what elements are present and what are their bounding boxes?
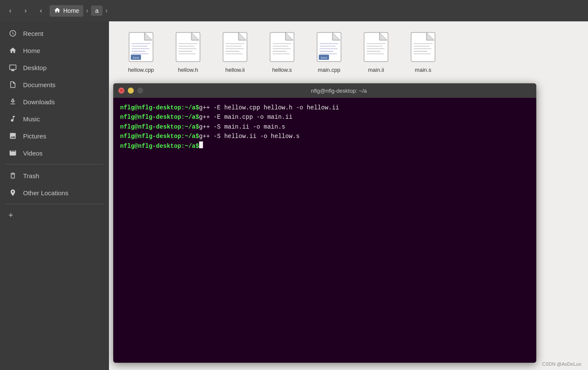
sidebar-item-recent-label: Recent xyxy=(23,30,44,37)
terminal-window[interactable]: ✕ nflg@nflg-desktop: ~/a nflg@nflg-deskt… xyxy=(113,83,536,363)
terminal-close-button[interactable]: ✕ xyxy=(118,88,124,94)
home-icon xyxy=(9,46,17,55)
breadcrumb-separator: › xyxy=(86,7,88,15)
trash-icon xyxy=(9,171,17,180)
sidebar: Recent Home Desktop xyxy=(0,21,109,370)
file-item-hellow-h[interactable]: hellow.h xyxy=(169,30,207,73)
sidebar-item-documents-label: Documents xyxy=(23,81,56,88)
file-item-hellow-s[interactable]: hellow.s xyxy=(263,30,301,73)
file-item-main-ii[interactable]: main.ii xyxy=(357,30,395,73)
svg-rect-29 xyxy=(270,32,294,62)
sidebar-item-recent[interactable]: Recent xyxy=(2,25,107,42)
terminal-title: nflg@nflg-desktop: ~/a xyxy=(147,88,531,94)
sidebar-item-trash-label: Trash xyxy=(23,172,39,179)
file-item-main-cpp[interactable]: c++ main.cpp xyxy=(310,30,348,73)
term-prompt-1: nflg@nflg-desktop:~/a$ xyxy=(120,103,199,112)
file-icon-main-ii xyxy=(361,30,391,64)
sidebar-item-downloads-label: Downloads xyxy=(23,98,55,106)
term-line-2: nflg@nflg-desktop:~/a$ g++ -E main.cpp -… xyxy=(120,112,529,122)
svg-rect-58 xyxy=(411,32,435,62)
breadcrumb-folder-label: a xyxy=(95,7,99,14)
term-prompt-3: nflg@nflg-desktop:~/a$ xyxy=(120,122,199,132)
file-label-hellow-h: hellow.h xyxy=(178,67,198,73)
term-line-3: nflg@nflg-desktop:~/a$ g++ -S main.ii -o… xyxy=(120,122,529,132)
terminal-minimize-button[interactable] xyxy=(128,88,134,94)
file-icon-hellow-h xyxy=(173,30,203,64)
breadcrumb-folder[interactable]: a xyxy=(91,6,103,16)
files-grid: c++ hellow.cpp xyxy=(122,30,575,73)
close-icon: ✕ xyxy=(120,88,123,93)
term-line-5: nflg@nflg-desktop:~/a$ xyxy=(120,141,529,151)
download-icon xyxy=(9,97,17,106)
main-content: Recent Home Desktop xyxy=(0,21,588,370)
sidebar-item-downloads[interactable]: Downloads xyxy=(2,93,107,110)
file-label-main-cpp: main.cpp xyxy=(318,67,341,73)
add-icon: + xyxy=(9,211,13,220)
term-cmd-3: g++ -S main.ii -o main.s xyxy=(199,122,285,132)
file-item-main-s[interactable]: main.s xyxy=(404,30,442,73)
sidebar-item-desktop-label: Desktop xyxy=(23,64,47,71)
sidebar-item-documents[interactable]: Documents xyxy=(2,76,107,93)
music-icon xyxy=(9,115,17,123)
watermark-text: CSDN @AoDeLuo xyxy=(542,361,581,367)
terminal-titlebar: ✕ nflg@nflg-desktop: ~/a xyxy=(113,83,536,98)
file-icon-hellow-cpp: c++ xyxy=(126,30,156,64)
sidebar-item-desktop[interactable]: Desktop xyxy=(2,59,107,76)
breadcrumb-home-label: Home xyxy=(63,7,79,14)
file-icon-hellow-ii xyxy=(220,30,250,64)
term-line-4: nflg@nflg-desktop:~/a$ g++ -S hellow.ii … xyxy=(120,132,529,141)
file-item-hellow-cpp[interactable]: c++ hellow.cpp xyxy=(122,30,160,73)
file-icon-main-s xyxy=(408,30,438,64)
back-button[interactable]: ‹ xyxy=(3,4,17,18)
term-cmd-4: g++ -S hellow.ii -o hellow.s xyxy=(199,132,300,141)
file-label-hellow-cpp: hellow.cpp xyxy=(128,67,154,73)
term-prompt-5: nflg@nflg-desktop:~/a$ xyxy=(120,141,199,151)
sidebar-item-music[interactable]: Music xyxy=(2,110,107,127)
svg-text:c++: c++ xyxy=(321,56,327,60)
file-label-main-ii: main.ii xyxy=(368,67,384,73)
other-locations-icon xyxy=(9,188,17,197)
svg-rect-49 xyxy=(364,32,388,62)
file-icon-hellow-s xyxy=(267,30,297,64)
desktop-icon xyxy=(9,63,17,72)
file-label-hellow-s: hellow.s xyxy=(272,67,292,73)
sidebar-item-pictures[interactable]: Pictures xyxy=(2,127,107,144)
sidebar-add-button[interactable]: + xyxy=(2,207,107,224)
breadcrumb-separator-2: › xyxy=(105,7,107,15)
document-icon xyxy=(9,80,17,89)
term-line-1: nflg@nflg-desktop:~/a$ g++ -E hellow.cpp… xyxy=(120,103,529,112)
svg-text:c++: c++ xyxy=(133,56,139,60)
term-cmd-2: g++ -E main.cpp -o main.ii xyxy=(199,112,292,122)
sidebar-item-home-label: Home xyxy=(23,47,40,54)
sidebar-item-videos-label: Videos xyxy=(23,150,43,157)
term-cursor xyxy=(199,141,203,148)
sidebar-divider xyxy=(5,164,104,164)
sidebar-item-pictures-label: Pictures xyxy=(23,132,46,140)
file-area: c++ hellow.cpp xyxy=(109,21,588,370)
up-button[interactable]: ‹ xyxy=(34,4,48,18)
file-icon-main-cpp: c++ xyxy=(314,30,344,64)
file-item-hellow-ii[interactable]: hellow.ii xyxy=(216,30,254,73)
breadcrumb-home[interactable]: Home xyxy=(50,5,83,17)
svg-rect-11 xyxy=(176,32,200,62)
home-icon xyxy=(54,7,61,15)
top-bar: ‹ › ‹ Home › a › xyxy=(0,0,588,21)
sidebar-item-home[interactable]: Home xyxy=(2,42,107,59)
sidebar-item-music-label: Music xyxy=(23,115,40,123)
term-prompt-4: nflg@nflg-desktop:~/a$ xyxy=(120,132,199,141)
terminal-body[interactable]: nflg@nflg-desktop:~/a$ g++ -E hellow.cpp… xyxy=(113,98,536,363)
watermark: CSDN @AoDeLuo xyxy=(542,361,581,367)
term-prompt-2: nflg@nflg-desktop:~/a$ xyxy=(120,112,199,122)
file-label-hellow-ii: hellow.ii xyxy=(225,67,245,73)
terminal-maximize-button[interactable] xyxy=(137,88,143,94)
sidebar-divider-2 xyxy=(5,204,104,204)
sidebar-item-videos[interactable]: Videos xyxy=(2,144,107,162)
sidebar-item-other-locations[interactable]: Other Locations xyxy=(2,184,107,201)
file-label-main-s: main.s xyxy=(415,67,431,73)
sidebar-item-trash[interactable]: Trash xyxy=(2,167,107,184)
forward-button[interactable]: › xyxy=(19,4,32,18)
picture-icon xyxy=(9,132,17,140)
svg-rect-20 xyxy=(223,32,247,62)
video-icon xyxy=(9,149,17,157)
term-cmd-1: g++ -E hellow.cpp hellow.h -o hellow.ii xyxy=(199,103,339,112)
